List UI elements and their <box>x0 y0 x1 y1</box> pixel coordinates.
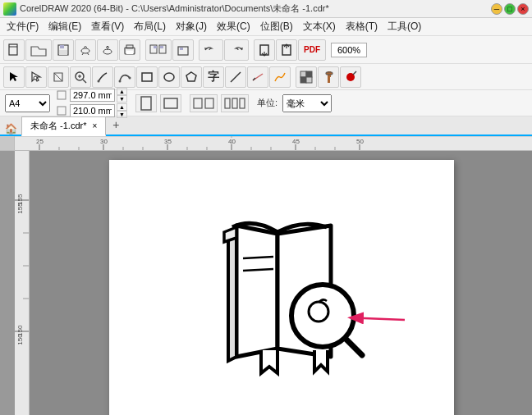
dimension-tool[interactable] <box>247 66 268 88</box>
menu-table[interactable]: 表格(T) <box>341 18 383 35</box>
svg-line-91 <box>364 318 405 320</box>
svg-rect-51 <box>240 98 245 108</box>
bezier-tool[interactable] <box>114 66 135 88</box>
menu-effects[interactable]: 效果(C) <box>212 18 255 35</box>
print-button[interactable] <box>119 39 140 61</box>
unit-select[interactable]: 毫米 <box>282 94 332 112</box>
svg-point-26 <box>119 80 122 82</box>
svg-rect-39 <box>326 72 332 75</box>
app-icon <box>3 2 16 16</box>
close-button[interactable]: × <box>517 3 529 15</box>
pen-tool[interactable] <box>92 66 113 88</box>
drawing-canvas <box>109 160 454 415</box>
line-tool[interactable] <box>225 66 246 88</box>
menu-text[interactable]: 文本(X) <box>298 18 341 35</box>
svg-text:45: 45 <box>292 138 300 145</box>
menu-object[interactable]: 对象(J) <box>171 18 212 35</box>
export-button[interactable] <box>172 39 194 61</box>
svg-rect-47 <box>194 98 202 108</box>
save-button[interactable] <box>53 39 74 61</box>
svg-line-31 <box>231 72 241 82</box>
svg-point-20 <box>34 76 37 80</box>
interactive-tool[interactable] <box>318 66 339 88</box>
svg-text:30: 30 <box>100 138 108 145</box>
text-tool[interactable]: 字 <box>203 66 224 88</box>
svg-rect-48 <box>205 98 213 108</box>
redo-button[interactable] <box>224 39 249 61</box>
svg-point-25 <box>98 80 100 82</box>
cloud-sync-button[interactable] <box>75 39 96 61</box>
node-tool[interactable] <box>25 66 47 88</box>
polygon-tool[interactable] <box>181 66 202 88</box>
zoom-tool[interactable] <box>70 66 91 88</box>
svg-point-29 <box>164 73 174 81</box>
svg-marker-30 <box>186 72 196 81</box>
transform-tool[interactable] <box>48 66 69 88</box>
active-tab[interactable]: 未命名 -1.cdr* × <box>21 116 106 136</box>
menu-view[interactable]: 查看(V) <box>86 18 129 35</box>
svg-rect-4 <box>59 50 67 55</box>
maximize-button[interactable]: □ <box>504 3 516 15</box>
menu-bar: 文件(F) 编辑(E) 查看(V) 布局(L) 对象(J) 效果(C) 位图(B… <box>0 18 532 36</box>
svg-point-27 <box>129 76 131 79</box>
svg-rect-12 <box>154 46 157 48</box>
minimize-button[interactable]: ─ <box>491 3 502 15</box>
window-buttons: ─ □ × <box>491 3 529 15</box>
svg-rect-44 <box>57 107 66 115</box>
ruler-top: 25 30 35 40 45 50 <box>15 136 532 151</box>
pdf-button[interactable]: PDF <box>298 39 326 61</box>
svg-rect-45 <box>141 97 151 110</box>
open-button[interactable] <box>25 39 52 61</box>
property-bar: A4 ▲ ▼ ▲ ▼ <box>0 90 532 116</box>
align-button[interactable] <box>190 94 218 112</box>
svg-rect-46 <box>164 98 177 108</box>
page-size-select[interactable]: A4 <box>5 94 50 112</box>
title-text: CorelDRAW 2020 (64-Bit) - C:\Users\Admin… <box>20 2 491 15</box>
height-input[interactable] <box>70 104 115 117</box>
svg-text:50: 50 <box>356 138 364 145</box>
cloud-upload-button[interactable] <box>97 39 118 61</box>
svg-rect-37 <box>306 77 312 83</box>
new-tab-button[interactable]: + <box>108 116 124 133</box>
move-down-button[interactable] <box>254 39 275 61</box>
svg-rect-13 <box>160 46 163 48</box>
menu-layout[interactable]: 布局(L) <box>129 18 171 35</box>
title-bar: CorelDRAW 2020 (64-Bit) - C:\Users\Admin… <box>0 0 532 18</box>
undo-button[interactable] <box>199 39 223 61</box>
svg-line-42 <box>353 71 356 75</box>
svg-text:150: 150 <box>16 334 24 345</box>
tools-toolbar: 字 <box>0 64 532 90</box>
distribute-button[interactable] <box>221 94 249 112</box>
tab-close-icon[interactable]: × <box>93 121 98 130</box>
eyedropper-tool[interactable] <box>340 66 361 88</box>
svg-line-22 <box>83 80 86 83</box>
rectangle-tool[interactable] <box>136 66 158 88</box>
smart-draw-tool[interactable] <box>269 66 291 88</box>
svg-rect-0 <box>9 44 17 55</box>
move-up-button[interactable] <box>276 39 297 61</box>
canvas-background[interactable]: 155 150 155 150 <box>15 151 532 415</box>
home-icon[interactable]: 🏠 <box>5 123 17 135</box>
svg-point-5 <box>81 48 89 53</box>
import-button[interactable] <box>145 39 172 61</box>
menu-bitmap[interactable]: 位图(B) <box>255 18 298 35</box>
svg-text:35: 35 <box>164 138 172 145</box>
zoom-display[interactable]: 600% <box>331 43 367 57</box>
svg-rect-35 <box>306 71 312 77</box>
width-input[interactable] <box>70 89 115 102</box>
menu-edit[interactable]: 编辑(E) <box>44 18 86 35</box>
select-tool[interactable] <box>3 66 25 88</box>
menu-file[interactable]: 文件(F) <box>2 18 44 35</box>
tab-bar: 🏠 未命名 -1.cdr* × + <box>0 116 532 136</box>
unit-label: 单位: <box>257 97 277 109</box>
fill-tool[interactable] <box>296 66 317 88</box>
landscape-button[interactable] <box>160 94 181 112</box>
menu-tools[interactable]: 工具(O) <box>383 18 426 35</box>
portrait-button[interactable] <box>135 94 157 112</box>
svg-text:40: 40 <box>228 138 236 145</box>
ellipse-tool[interactable] <box>158 66 180 88</box>
main-toolbar: PDF 600% <box>0 36 532 64</box>
new-button[interactable] <box>3 39 25 61</box>
svg-rect-15 <box>180 48 183 50</box>
svg-rect-34 <box>300 71 306 77</box>
